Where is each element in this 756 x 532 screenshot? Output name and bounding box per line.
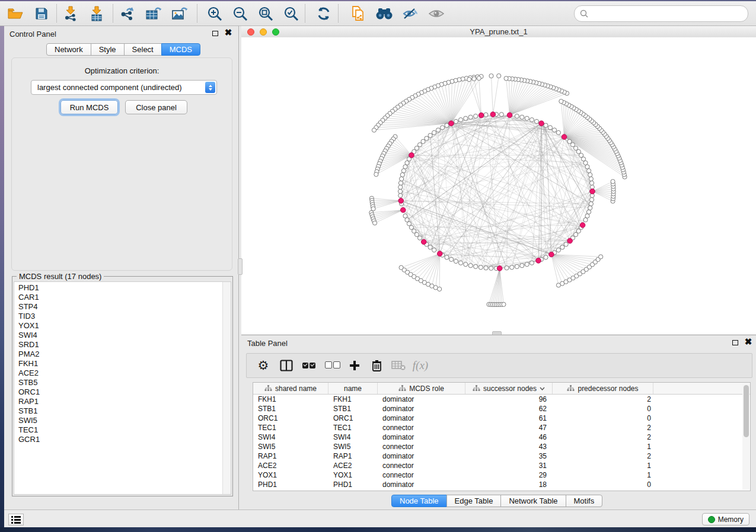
cell-name[interactable]: RAP1 xyxy=(328,452,378,460)
table-row-ORC1[interactable]: ORC1ORC1dominator610 xyxy=(253,414,750,423)
column-header-name[interactable]: name xyxy=(328,383,378,394)
mcds-result-item[interactable]: STP4 xyxy=(14,302,223,312)
leaf-node[interactable] xyxy=(467,78,471,82)
mcds-result-item[interactable]: SWI5 xyxy=(14,416,223,425)
leaf-node[interactable] xyxy=(477,76,481,80)
cell-name[interactable]: YOX1 xyxy=(328,471,378,479)
export-network-button[interactable] xyxy=(117,3,138,24)
column-header-successor-nodes[interactable]: successor nodes xyxy=(465,383,553,394)
function-builder-button[interactable]: f(x) xyxy=(410,355,430,376)
cell-shared_name[interactable]: SWI4 xyxy=(253,433,328,441)
ring-node[interactable] xyxy=(525,116,529,120)
mcds-result-item[interactable]: PHD1 xyxy=(14,283,223,293)
ring-node[interactable] xyxy=(458,118,462,122)
mcds-result-item[interactable]: ORC1 xyxy=(14,387,223,397)
ring-node[interactable] xyxy=(401,169,406,173)
ring-node[interactable] xyxy=(520,115,524,119)
ring-node[interactable] xyxy=(520,264,524,268)
leaf-node[interactable] xyxy=(502,302,506,306)
table-row-PHD1[interactable]: PHD1PHD1dominator180 xyxy=(253,480,750,489)
delete-table-button[interactable] xyxy=(388,355,409,376)
leaf-node[interactable] xyxy=(374,172,378,177)
ring-node[interactable] xyxy=(586,210,591,214)
export-image-button[interactable] xyxy=(169,3,190,24)
cell-successor_nodes[interactable]: 47 xyxy=(465,424,553,432)
ring-node[interactable] xyxy=(398,181,403,185)
ring-node[interactable] xyxy=(428,133,432,137)
ring-node[interactable] xyxy=(548,126,552,130)
ring-node[interactable] xyxy=(589,177,593,181)
leaf-node[interactable] xyxy=(372,221,377,225)
cell-shared_name[interactable]: FKH1 xyxy=(253,395,328,403)
column-header-predecessor-nodes[interactable]: predecessor nodes xyxy=(553,383,653,394)
zoom-fit-button[interactable] xyxy=(255,3,276,24)
ring-node[interactable] xyxy=(468,264,473,268)
leaf-node[interactable] xyxy=(497,73,501,78)
table-row-YOX1[interactable]: YOX1YOX1connector291 xyxy=(253,470,750,480)
zoom-selected-button[interactable] xyxy=(280,3,302,24)
cell-name[interactable]: ACE2 xyxy=(328,462,378,470)
mcds-result-item[interactable]: ACE2 xyxy=(14,368,223,378)
ring-node[interactable] xyxy=(589,181,594,185)
memory-button[interactable]: Memory xyxy=(702,513,749,525)
cell-successor_nodes[interactable]: 31 xyxy=(465,462,553,470)
mcds-hub-node[interactable] xyxy=(437,251,442,257)
select-all-button[interactable] xyxy=(299,355,319,376)
tab-style[interactable]: Style xyxy=(91,43,125,56)
cell-mcds_role[interactable]: dominator xyxy=(378,433,465,441)
ring-node[interactable] xyxy=(583,218,588,222)
mcds-hub-node[interactable] xyxy=(590,189,595,194)
hide-unhide-button[interactable] xyxy=(400,3,421,24)
table-row-SWI4[interactable]: SWI4SWI4dominator462 xyxy=(253,432,750,442)
cell-shared_name[interactable]: SWI5 xyxy=(253,443,328,451)
import-network-button[interactable] xyxy=(60,3,81,24)
cell-mcds_role[interactable]: dominator xyxy=(378,452,465,460)
mcds-result-item[interactable]: YOX1 xyxy=(14,321,223,331)
ring-node[interactable] xyxy=(529,261,534,265)
ring-node[interactable] xyxy=(556,248,560,252)
leaf-node[interactable] xyxy=(438,287,442,291)
ring-node[interactable] xyxy=(425,136,429,140)
ring-node[interactable] xyxy=(432,248,436,252)
leaf-node[interactable] xyxy=(489,74,493,78)
mcds-hub-node[interactable] xyxy=(421,239,426,245)
cell-mcds_role[interactable]: connector xyxy=(378,462,465,470)
ring-node[interactable] xyxy=(398,189,402,193)
mcds-hub-node[interactable] xyxy=(409,153,414,158)
split-panel-button[interactable] xyxy=(276,355,296,376)
ring-node[interactable] xyxy=(515,264,519,268)
cell-predecessor_nodes[interactable]: 2 xyxy=(553,433,653,441)
ring-node[interactable] xyxy=(585,214,589,218)
ring-node[interactable] xyxy=(586,169,591,173)
ring-node[interactable] xyxy=(445,123,449,127)
mcds-result-item[interactable]: GCR1 xyxy=(14,435,223,444)
cell-mcds_role[interactable]: dominator xyxy=(378,405,465,413)
panel-divider-handle[interactable] xyxy=(238,258,243,275)
close-panel-icon[interactable]: ✖ xyxy=(224,27,232,38)
run-mcds-button[interactable]: Run MCDS xyxy=(60,100,118,114)
mcds-list-scrollbar[interactable] xyxy=(222,282,231,494)
mcds-result-item[interactable]: TEC1 xyxy=(14,425,223,435)
cell-predecessor_nodes[interactable]: 2 xyxy=(553,424,653,432)
mcds-hub-node[interactable] xyxy=(536,258,541,264)
table-row-FKH1[interactable]: FKH1FKH1dominator962 xyxy=(253,395,750,404)
ring-node[interactable] xyxy=(428,245,432,249)
ring-node[interactable] xyxy=(556,130,560,134)
cell-name[interactable]: SWI4 xyxy=(328,433,378,441)
cell-predecessor_nodes[interactable]: 2 xyxy=(553,395,653,403)
table-row-TEC1[interactable]: TEC1TEC1connector472 xyxy=(253,423,750,432)
mcds-hub-node[interactable] xyxy=(490,112,496,117)
cell-successor_nodes[interactable]: 62 xyxy=(465,405,553,413)
ring-node[interactable] xyxy=(403,214,407,218)
ring-node[interactable] xyxy=(405,161,409,165)
ring-node[interactable] xyxy=(454,119,458,123)
mcds-hub-node[interactable] xyxy=(479,113,484,118)
close-panel-button[interactable]: Close panel xyxy=(125,100,187,114)
table-row-ACE2[interactable]: ACE2ACE2connector311 xyxy=(253,461,750,470)
table-row-STB1[interactable]: STB1STB1dominator620 xyxy=(253,404,750,414)
table-settings-button[interactable]: ⚙ xyxy=(253,355,273,376)
tab-network[interactable]: Network xyxy=(46,43,91,56)
ring-node[interactable] xyxy=(589,201,593,206)
cell-predecessor_nodes[interactable]: 1 xyxy=(553,443,653,451)
task-history-button[interactable] xyxy=(8,514,24,525)
